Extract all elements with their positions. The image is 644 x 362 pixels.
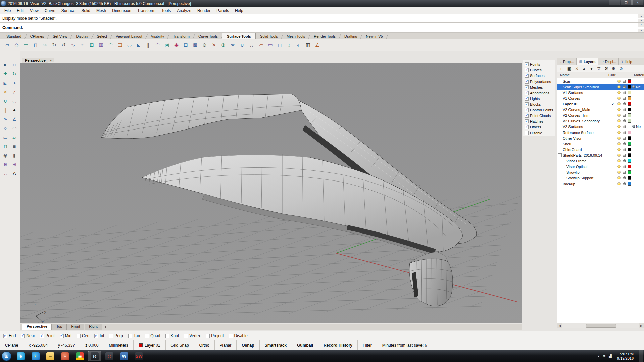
layer-row[interactable]: V2 Curves_Trim bbox=[557, 112, 644, 118]
layer-color-swatch[interactable] bbox=[628, 79, 631, 83]
network-surface-icon[interactable]: ⊞ bbox=[87, 41, 96, 50]
layer-row[interactable]: V2 Curves_Main bbox=[557, 107, 644, 112]
layer-lock-icon[interactable] bbox=[622, 125, 627, 128]
filter-toggle[interactable]: Filter bbox=[358, 340, 377, 350]
layer-row[interactable]: Visor Frame bbox=[557, 158, 644, 164]
toolbar-tab[interactable]: Drafting bbox=[340, 33, 362, 39]
polyline-icon[interactable]: ∠ bbox=[10, 115, 19, 123]
checkbox[interactable] bbox=[525, 131, 529, 135]
toolbar-tab[interactable]: Visibility bbox=[147, 33, 169, 39]
layer-expander[interactable] bbox=[558, 165, 562, 168]
layer-color-swatch[interactable] bbox=[628, 113, 631, 117]
layer-color-swatch[interactable] bbox=[628, 125, 631, 128]
column-current[interactable]: Curr... bbox=[608, 73, 618, 77]
fillet-surface-icon[interactable]: ◡ bbox=[125, 41, 134, 50]
minimize-button[interactable]: — bbox=[609, 0, 620, 5]
osnap-tan[interactable]: Tan bbox=[128, 333, 140, 338]
menu-item[interactable]: Mesh bbox=[93, 7, 109, 14]
filter-curves[interactable]: Curves bbox=[525, 67, 555, 73]
checkbox[interactable] bbox=[525, 119, 529, 123]
filter-others[interactable]: Others bbox=[525, 124, 555, 130]
layer-color-swatch[interactable] bbox=[628, 153, 631, 157]
loft-icon[interactable]: ≋ bbox=[40, 41, 49, 50]
layer-row[interactable]: Snowlip bbox=[557, 169, 644, 175]
layer-expander[interactable] bbox=[558, 85, 562, 89]
layer-name[interactable]: Visor Optical bbox=[562, 165, 610, 169]
keyshot-icon[interactable]: ◎ bbox=[103, 351, 116, 361]
layer-name[interactable]: Backup bbox=[562, 182, 610, 186]
extrude-icon[interactable]: ⊓ bbox=[1, 142, 10, 151]
split-icon[interactable]: ∕ bbox=[10, 88, 19, 96]
column-material[interactable]: Materi bbox=[634, 73, 644, 77]
checkbox[interactable] bbox=[525, 108, 529, 112]
layer-visibility-bulb-icon[interactable] bbox=[616, 119, 622, 122]
checkbox[interactable] bbox=[109, 334, 113, 338]
layer-visibility-bulb-icon[interactable] bbox=[616, 176, 622, 179]
file-explorer-icon[interactable]: ▰ bbox=[44, 351, 57, 361]
layer-color-swatch[interactable] bbox=[628, 85, 631, 89]
layer-name[interactable]: Layer 01 bbox=[562, 102, 610, 106]
checkbox[interactable] bbox=[525, 114, 529, 118]
smash-icon[interactable]: ▭ bbox=[266, 41, 275, 50]
unroll-surface-icon[interactable]: ▱ bbox=[256, 41, 265, 50]
layer-name[interactable]: V2 Surfaces bbox=[562, 125, 610, 129]
layers-horizontal-scrollbar[interactable]: ◀ ▶ bbox=[557, 323, 644, 328]
toolbar-tab[interactable]: Standard bbox=[2, 33, 26, 39]
command-history-row[interactable]: Display mode set to "Shaded". ▲ ▼ bbox=[0, 14, 644, 23]
layer-row[interactable]: Scan bbox=[557, 78, 644, 84]
units-cell[interactable]: Millimeters bbox=[104, 340, 134, 350]
checkbox[interactable] bbox=[40, 334, 44, 338]
layer-expander[interactable] bbox=[558, 136, 562, 140]
filter-points[interactable]: Points bbox=[525, 61, 555, 67]
osnap-disable[interactable]: Disable bbox=[229, 333, 248, 338]
layer-material-cell[interactable] bbox=[632, 119, 644, 122]
checkbox[interactable] bbox=[525, 91, 529, 95]
layer-material-cell[interactable] bbox=[632, 137, 644, 140]
filter-disable[interactable]: Disable bbox=[525, 130, 555, 136]
layer-lock-icon[interactable] bbox=[622, 177, 627, 179]
connect-surface-icon[interactable]: ⋈ bbox=[162, 41, 171, 50]
show-desktop-button[interactable] bbox=[639, 350, 643, 362]
point-icon[interactable]: ● bbox=[10, 106, 19, 114]
layer-expander[interactable] bbox=[558, 119, 562, 123]
layer-color-swatch[interactable] bbox=[628, 176, 631, 180]
layer-lock-icon[interactable] bbox=[622, 171, 627, 174]
viewport-menu-arrow-icon[interactable]: ▼ bbox=[48, 58, 54, 62]
new-layer-icon[interactable]: □ bbox=[559, 66, 564, 71]
layer-lock-icon[interactable] bbox=[622, 165, 627, 168]
curve-icon[interactable]: ∿ bbox=[1, 115, 10, 123]
layer-visibility-bulb-icon[interactable] bbox=[616, 137, 622, 140]
tab-help[interactable]: ? Help bbox=[619, 58, 635, 65]
sphere-icon[interactable]: ◉ bbox=[1, 151, 10, 160]
layer-visibility-bulb-icon[interactable] bbox=[616, 131, 622, 134]
drape-icon[interactable]: ◠ bbox=[106, 41, 115, 50]
solidworks-icon[interactable]: SW bbox=[132, 351, 146, 361]
toolbar-tab[interactable]: Surface Tools bbox=[222, 33, 256, 39]
checkbox[interactable] bbox=[525, 125, 529, 129]
surface-planar-curves-icon[interactable]: ▭ bbox=[21, 41, 31, 50]
menu-item[interactable]: Panels bbox=[213, 7, 232, 14]
layer-lock-icon[interactable] bbox=[622, 120, 627, 122]
checkbox[interactable] bbox=[525, 97, 529, 101]
osnap-perp[interactable]: Perp bbox=[109, 333, 123, 338]
menu-item[interactable]: Curve bbox=[42, 7, 58, 14]
layer-material-cell[interactable]: Ne bbox=[632, 85, 644, 89]
layer-name[interactable]: Scan Super Simplified bbox=[562, 85, 610, 89]
tab-display[interactable]: ▭ Displ... bbox=[598, 58, 619, 65]
menu-item[interactable]: File bbox=[1, 7, 14, 14]
checkbox[interactable] bbox=[145, 334, 149, 338]
layer-expander[interactable] bbox=[558, 108, 562, 111]
toolbar-tab[interactable]: Curve Tools bbox=[194, 33, 222, 39]
layer-material-cell[interactable] bbox=[632, 91, 644, 94]
trim-icon[interactable]: ✕ bbox=[209, 41, 218, 50]
layer-visibility-bulb-icon[interactable] bbox=[616, 108, 622, 111]
close-button[interactable]: ✕ bbox=[632, 0, 643, 5]
layer-expander[interactable] bbox=[558, 170, 562, 174]
circle-icon[interactable]: ○ bbox=[1, 124, 10, 133]
checkbox[interactable] bbox=[525, 68, 529, 72]
surface-icon[interactable]: ▱ bbox=[10, 133, 19, 142]
sweep1-icon[interactable]: ∿ bbox=[68, 41, 78, 50]
viewport-title[interactable]: Perspective bbox=[22, 58, 48, 63]
toolbar-tab[interactable]: Set View bbox=[48, 33, 71, 39]
layer-material-cell[interactable] bbox=[632, 154, 644, 157]
